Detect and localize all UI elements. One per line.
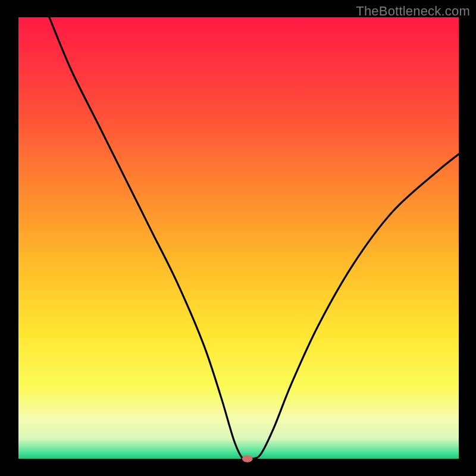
bottleneck-chart [0,0,476,476]
optimum-marker [242,455,253,462]
chart-frame: TheBottleneck.com [0,0,476,476]
plot-background [18,17,459,459]
